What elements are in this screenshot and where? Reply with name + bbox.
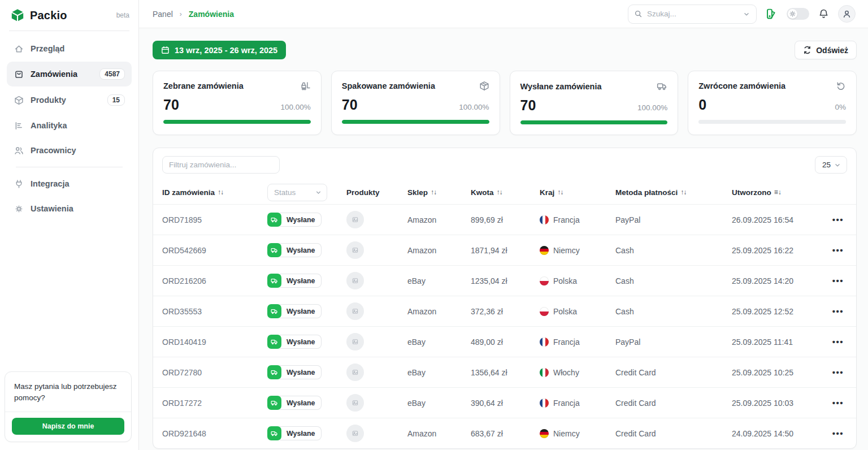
table-header-row: ID zamówienia↑↓ Status Produkty Sklep↑↓ …	[153, 180, 856, 204]
search-icon	[634, 10, 643, 18]
stat-percent: 100.00%	[280, 103, 310, 111]
product-thumbnail	[346, 211, 364, 228]
table-row[interactable]: ORD140419 Wysłane eBay 489,00 zł Francja…	[153, 326, 856, 357]
column-header-status: Status	[267, 184, 346, 201]
order-amount: 1235,04 zł	[471, 276, 540, 285]
page-size-select[interactable]: 25	[815, 156, 847, 174]
column-header-payment[interactable]: Metoda płatności↑↓	[615, 188, 732, 197]
table-row[interactable]: ORD71895 Wysłane Amazon 899,69 zł Francj…	[153, 204, 856, 235]
column-header-amount[interactable]: Kwota↑↓	[471, 188, 540, 197]
country-cell: Niemcy	[540, 246, 615, 255]
country-flag-icon	[540, 337, 549, 347]
country-flag-icon	[540, 399, 549, 408]
order-id: ORD17272	[162, 399, 267, 408]
column-header-country[interactable]: Kraj↑↓	[540, 188, 615, 197]
product-thumbnail	[346, 333, 364, 351]
return-icon	[836, 81, 846, 91]
date-range-button[interactable]: 13 wrz, 2025 - 26 wrz, 2025	[153, 41, 286, 59]
row-actions-menu-button[interactable]: •••	[832, 307, 844, 315]
app-window: Packio beta Przegląd Zamówienia 4587	[0, 0, 868, 450]
row-actions-menu-button[interactable]: •••	[832, 429, 844, 438]
payment-method: PayPal	[615, 215, 732, 224]
product-thumbnail	[346, 241, 364, 259]
table-row[interactable]: ORD542669 Wysłane Amazon 1871,94 zł Niem…	[153, 235, 856, 265]
row-actions-menu-button[interactable]: •••	[832, 246, 844, 254]
row-actions-menu-button[interactable]: •••	[832, 337, 844, 346]
sidebar-item-analityka[interactable]: Analityka	[7, 114, 132, 137]
created-at: 24.09.2025 14:50	[732, 429, 819, 438]
analytics-icon	[14, 120, 24, 131]
stats-cards: Zebrane zamówienia 70 100.00% Spakowane …	[153, 71, 857, 135]
country-cell: Francja	[540, 215, 615, 224]
user-avatar[interactable]	[838, 5, 856, 23]
sun-icon	[788, 9, 797, 19]
sidebar-item-zamowienia[interactable]: Zamówienia 4587	[7, 62, 132, 86]
payment-method: Cash	[615, 246, 732, 255]
table-row[interactable]: ORD17272 Wysłane eBay 390,64 zł Francja …	[153, 387, 856, 418]
stat-card-zwrocone: Zwrócone zamówienia 0 0%	[688, 71, 857, 135]
image-placeholder-icon	[352, 430, 358, 436]
shop-name: eBay	[407, 276, 471, 285]
table-row[interactable]: ORD35553 Wysłane Amazon 372,36 zł Polska…	[153, 296, 856, 326]
status-label: Wysłane	[280, 243, 322, 257]
country-cell: Polska	[540, 307, 615, 316]
product-thumbnail	[346, 272, 364, 289]
sidebar-item-produkty[interactable]: Produkty 15	[7, 88, 132, 112]
orders-count-badge: 4587	[99, 68, 125, 80]
theme-toggle[interactable]	[787, 8, 809, 20]
table-row[interactable]: ORD72780 Wysłane eBay 1356,64 zł Włochy …	[153, 357, 856, 387]
table-row[interactable]: ORD921648 Wysłane Amazon 683,67 zł Niemc…	[153, 418, 856, 448]
refresh-button[interactable]: Odśwież	[795, 41, 857, 59]
stat-title: Zebrane zamówienia	[163, 81, 244, 90]
sidebar-nav: Przegląd Zamówienia 4587 Produkty 15	[0, 37, 138, 222]
created-at: 25.09.2025 16:22	[732, 246, 819, 255]
payment-method: PayPal	[615, 337, 732, 347]
column-header-created[interactable]: Utworzono≡↓	[732, 188, 819, 197]
divider	[16, 167, 123, 167]
sidebar-item-integracja[interactable]: Integracja	[7, 172, 132, 196]
swatchbook-icon[interactable]	[765, 7, 779, 21]
column-header-shop[interactable]: Sklep↑↓	[407, 188, 471, 197]
search-input-wrapper	[628, 5, 757, 24]
column-header-id[interactable]: ID zamówienia↑↓	[162, 188, 267, 197]
chevron-down-icon[interactable]	[743, 10, 750, 18]
payment-method: Credit Card	[615, 399, 732, 408]
stat-card-spakowane: Spakowane zamówienia 70 100.00%	[331, 71, 500, 135]
sort-icon: ↑↓	[557, 188, 563, 196]
sort-icon: ↑↓	[431, 188, 436, 196]
status-label: Wysłane	[280, 274, 322, 288]
product-thumbnail	[346, 394, 364, 412]
status-badge: Wysłane	[267, 304, 322, 318]
package-icon	[479, 81, 489, 91]
order-amount: 372,36 zł	[471, 307, 540, 316]
row-actions-menu-button[interactable]: •••	[832, 368, 844, 377]
plug-icon	[14, 179, 24, 189]
created-at: 25.09.2025 10:25	[732, 368, 819, 377]
order-id: ORD35553	[162, 307, 267, 316]
search-input[interactable]	[647, 10, 738, 18]
table-row[interactable]: ORD216206 Wysłane eBay 1235,04 zł Polska…	[153, 265, 856, 296]
status-filter-select[interactable]: Status	[267, 184, 327, 201]
sidebar-item-label: Przegląd	[31, 44, 125, 53]
country-flag-icon	[540, 429, 549, 438]
stat-card-zebrane: Zebrane zamówienia 70 100.00%	[153, 71, 322, 135]
column-header-products: Produkty	[346, 188, 407, 197]
contact-me-button[interactable]: Napisz do mnie	[12, 418, 124, 435]
help-card: Masz pytania lub potrzebujesz pomocy? Na…	[5, 371, 132, 443]
sidebar-item-przeglad[interactable]: Przegląd	[7, 37, 132, 60]
sidebar-item-ustawienia[interactable]: Ustawienia	[7, 197, 132, 220]
payment-method: Credit Card	[615, 429, 732, 438]
sidebar-item-pracownicy[interactable]: Pracownicy	[7, 139, 132, 162]
logo: Packio beta	[0, 0, 138, 29]
filter-orders-input[interactable]	[162, 156, 280, 174]
status-badge: Wysłane	[267, 213, 322, 227]
row-actions-menu-button[interactable]: •••	[832, 215, 844, 224]
row-actions-menu-button[interactable]: •••	[832, 399, 844, 407]
notifications-bell-icon[interactable]	[817, 7, 830, 20]
stat-value: 0	[698, 97, 706, 113]
sidebar: Packio beta Przegląd Zamówienia 4587	[0, 0, 139, 450]
sort-desc-icon: ≡↓	[774, 188, 782, 196]
status-label: Wysłane	[280, 335, 322, 349]
breadcrumb-parent[interactable]: Panel	[153, 10, 173, 19]
row-actions-menu-button[interactable]: •••	[832, 276, 844, 285]
